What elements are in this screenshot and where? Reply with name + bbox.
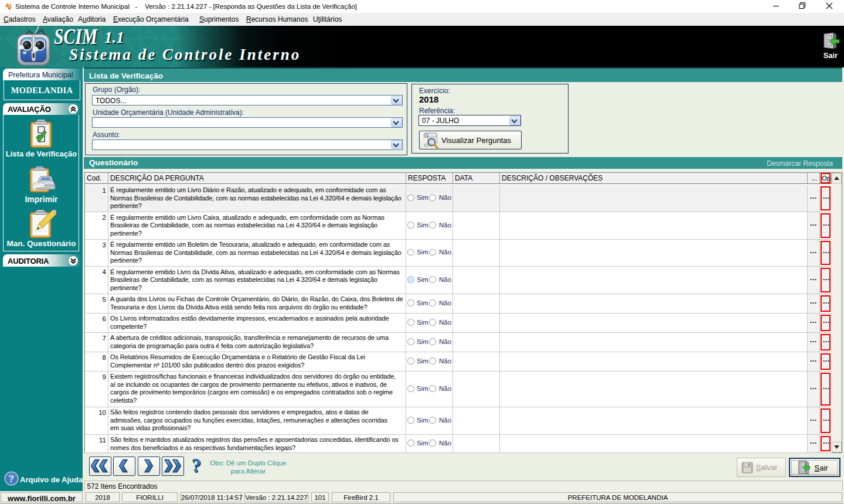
svg-text:?: ? [9, 474, 14, 485]
